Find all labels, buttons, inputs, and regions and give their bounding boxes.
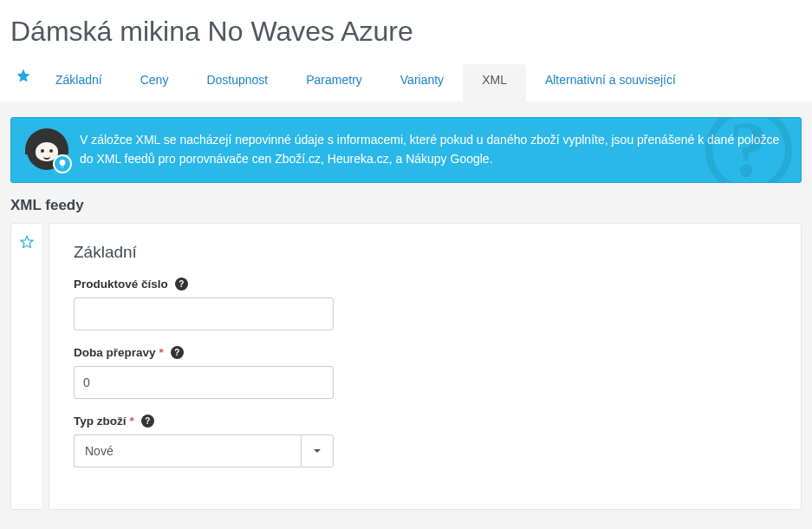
form-panel: Základní Produktové číslo ? Doba přeprav… — [49, 223, 802, 510]
content-area: V záložce XML se nacházejí nepovinné úda… — [0, 101, 812, 520]
help-icon[interactable]: ? — [175, 278, 188, 291]
required-marker: * — [130, 415, 134, 428]
help-icon[interactable]: ? — [141, 415, 154, 428]
label-goods-type: Typ zboží * ? — [74, 415, 776, 428]
side-star-tab[interactable] — [10, 223, 42, 510]
info-banner-text: V záložce XML se nacházejí nepovinné úda… — [80, 131, 785, 168]
page-header: Dámská mikina No Waves Azure Základní Ce… — [0, 0, 812, 101]
tab-dostupnost[interactable]: Dostupnost — [187, 64, 287, 102]
tab-alternativni[interactable]: Alternativní a související — [526, 64, 695, 102]
star-outline-icon — [19, 234, 35, 250]
panel-row: Základní Produktové číslo ? Doba přeprav… — [10, 223, 802, 510]
form-group-title: Základní — [74, 243, 776, 262]
avatar — [27, 130, 67, 170]
product-number-input[interactable] — [74, 297, 334, 330]
field-delivery-time: Doba přepravy * ? — [74, 346, 776, 399]
help-icon[interactable]: ? — [171, 346, 184, 359]
field-product-number: Produktové číslo ? — [74, 278, 776, 330]
field-goods-type: Typ zboží * ? Nové — [74, 415, 776, 467]
delivery-time-input[interactable] — [74, 366, 334, 399]
goods-type-select[interactable]: Nové — [74, 434, 334, 467]
star-icon[interactable] — [10, 68, 36, 97]
tab-varianty[interactable]: Varianty — [381, 64, 463, 102]
tab-xml[interactable]: XML — [463, 64, 526, 102]
tabs: Základní Ceny Dostupnost Parametry Varia… — [10, 63, 802, 101]
info-banner: V záložce XML se nacházejí nepovinné úda… — [10, 117, 802, 183]
bulb-icon — [53, 154, 72, 173]
label-delivery-time: Doba přepravy * ? — [74, 346, 776, 359]
page-title: Dámská mikina No Waves Azure — [10, 16, 802, 48]
select-toggle-button[interactable] — [301, 434, 334, 467]
section-heading: XML feedy — [10, 197, 802, 214]
chevron-down-icon — [313, 447, 322, 455]
goods-type-value: Nové — [74, 434, 301, 467]
tab-zakladni[interactable]: Základní — [36, 64, 121, 102]
required-marker: * — [159, 346, 164, 359]
tab-ceny[interactable]: Ceny — [121, 64, 188, 102]
label-product-number: Produktové číslo ? — [74, 278, 776, 291]
tab-parametry[interactable]: Parametry — [287, 64, 381, 102]
